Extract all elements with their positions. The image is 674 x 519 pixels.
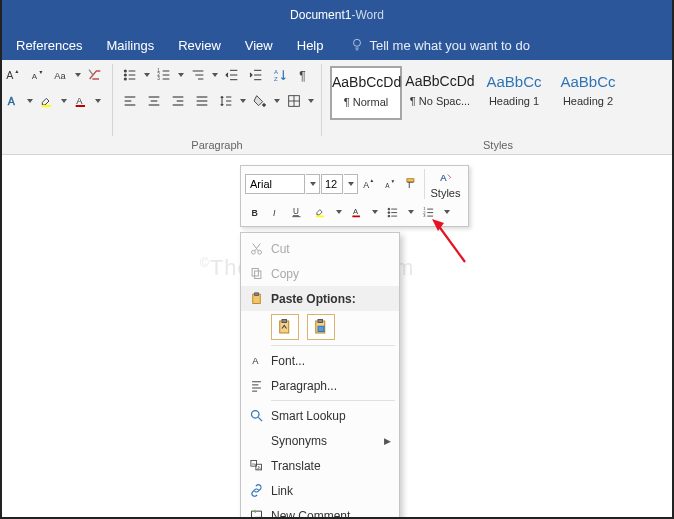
svg-text:A: A <box>8 95 16 107</box>
text-effects-button[interactable]: A <box>2 90 24 112</box>
menu-label: Link <box>271 484 391 498</box>
dropdown-icon[interactable] <box>60 90 68 112</box>
svg-text:A: A <box>6 69 14 81</box>
highlight-button[interactable] <box>36 90 58 112</box>
dropdown-icon[interactable] <box>273 90 281 112</box>
underline-button[interactable]: U <box>287 202 307 222</box>
font-size-dropdown[interactable] <box>344 174 358 194</box>
dropdown-icon[interactable] <box>307 90 315 112</box>
svg-text:▲: ▲ <box>370 178 375 183</box>
svg-point-66 <box>388 208 390 210</box>
paste-icon <box>245 291 267 306</box>
increase-indent-button[interactable] <box>245 64 267 86</box>
format-painter-button[interactable] <box>401 174 421 194</box>
menu-new-comment[interactable]: New Comment <box>241 503 399 519</box>
style-card-heading1[interactable]: AaBbCc Heading 1 <box>478 66 550 120</box>
bold-button[interactable]: B <box>245 202 265 222</box>
bullets-button[interactable] <box>119 64 141 86</box>
menu-synonyms[interactable]: Synonyms ▶ <box>241 428 399 453</box>
dropdown-icon[interactable] <box>371 201 379 223</box>
clear-formatting-button[interactable] <box>84 64 106 86</box>
dropdown-icon[interactable] <box>211 64 219 86</box>
svg-text:I: I <box>273 208 276 218</box>
dropdown-icon[interactable] <box>407 201 415 223</box>
menu-paste-options-header: Paste Options: <box>241 286 399 311</box>
svg-text:あ: あ <box>257 465 261 470</box>
highlight-button[interactable] <box>308 202 334 222</box>
link-icon <box>245 483 267 498</box>
svg-point-10 <box>124 70 126 72</box>
style-card-nospacing[interactable]: AaBbCcDd ¶ No Spac... <box>404 66 476 120</box>
style-card-heading2[interactable]: AaBbCc Heading 2 <box>552 66 624 120</box>
font-name-combo[interactable]: Arial <box>245 174 305 194</box>
svg-point-14 <box>124 78 126 80</box>
dropdown-icon[interactable] <box>239 90 247 112</box>
font-size-combo[interactable]: 12 <box>321 174 343 194</box>
window-titlebar: Document1 - Word <box>0 0 674 30</box>
dropdown-icon[interactable] <box>335 201 343 223</box>
menu-link[interactable]: Link <box>241 478 399 503</box>
menu-font[interactable]: A Font... <box>241 348 399 373</box>
cut-icon <box>245 241 267 256</box>
font-color-button[interactable]: A <box>344 202 370 222</box>
styles-pane-button[interactable]: A <box>439 169 453 187</box>
italic-button[interactable]: I <box>266 202 286 222</box>
dropdown-icon[interactable] <box>74 64 82 86</box>
svg-rect-65 <box>352 216 360 218</box>
svg-rect-7 <box>42 105 51 107</box>
comment-icon <box>245 508 267 519</box>
shrink-font-button[interactable]: A▼ <box>380 174 400 194</box>
svg-text:A: A <box>440 173 447 183</box>
tab-view[interactable]: View <box>233 30 285 60</box>
document-canvas[interactable]: ©TheGeekPage.com Arial 12 A▲ A▼ A Styles… <box>0 155 674 519</box>
paste-picture-button[interactable] <box>307 314 335 340</box>
font-color-button[interactable]: A <box>70 90 92 112</box>
menu-paragraph[interactable]: Paragraph... <box>241 373 399 398</box>
numbering-button[interactable]: 123 <box>153 64 175 86</box>
bullets-button[interactable] <box>380 202 406 222</box>
menu-smart-lookup[interactable]: Smart Lookup <box>241 403 399 428</box>
svg-text:3: 3 <box>423 213 426 218</box>
multilevel-list-button[interactable] <box>187 64 209 86</box>
style-card-normal[interactable]: AaBbCcDd ¶ Normal <box>330 66 402 120</box>
menu-label: Paragraph... <box>271 379 391 393</box>
paste-keep-source-button[interactable] <box>271 314 299 340</box>
shrink-font-button[interactable]: A▼ <box>26 64 48 86</box>
borders-button[interactable] <box>283 90 305 112</box>
tell-me-search[interactable]: Tell me what you want to do <box>336 37 530 54</box>
style-name: Heading 1 <box>479 95 549 107</box>
svg-line-102 <box>438 225 465 262</box>
justify-button[interactable] <box>191 90 213 112</box>
styles-pane-label: Styles <box>427 187 465 199</box>
align-center-button[interactable] <box>143 90 165 112</box>
sort-button[interactable]: AZ <box>269 64 291 86</box>
align-right-button[interactable] <box>167 90 189 112</box>
dropdown-icon[interactable] <box>94 90 102 112</box>
tab-mailings[interactable]: Mailings <box>94 30 166 60</box>
grow-font-button[interactable]: A▲ <box>2 64 24 86</box>
dropdown-icon[interactable] <box>177 64 185 86</box>
tab-references[interactable]: References <box>4 30 94 60</box>
decrease-indent-button[interactable] <box>221 64 243 86</box>
tab-help[interactable]: Help <box>285 30 336 60</box>
menu-copy[interactable]: Copy <box>241 261 399 286</box>
menu-cut[interactable]: Cut <box>241 236 399 261</box>
shading-button[interactable] <box>249 90 271 112</box>
line-spacing-button[interactable] <box>215 90 237 112</box>
svg-text:A: A <box>274 69 278 75</box>
show-hide-marks-button[interactable]: ¶ <box>293 64 315 86</box>
menu-translate[interactable]: aあ Translate <box>241 453 399 478</box>
font-name-dropdown[interactable] <box>306 174 320 194</box>
style-preview: AaBbCc <box>479 73 549 95</box>
change-case-button[interactable]: Aa <box>50 64 72 86</box>
align-left-button[interactable] <box>119 90 141 112</box>
menu-label: Copy <box>271 267 391 281</box>
dropdown-icon[interactable] <box>26 90 34 112</box>
svg-point-94 <box>251 411 259 419</box>
svg-point-70 <box>388 215 390 217</box>
svg-text:A: A <box>363 180 369 190</box>
dropdown-icon[interactable] <box>143 64 151 86</box>
tab-review[interactable]: Review <box>166 30 233 60</box>
grow-font-button[interactable]: A▲ <box>359 174 379 194</box>
svg-rect-81 <box>254 271 260 279</box>
